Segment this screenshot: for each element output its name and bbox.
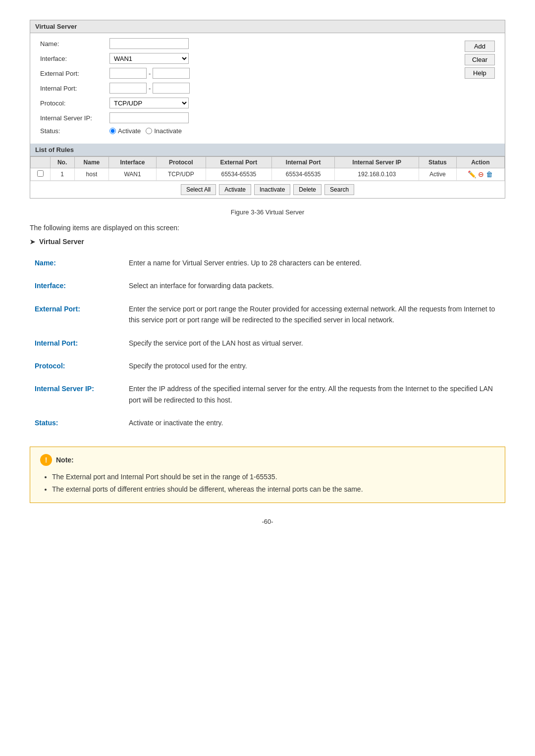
description-table: Name: Enter a name for Virtual Server en…	[30, 253, 505, 437]
row-protocol: TCP/UDP	[156, 168, 206, 181]
table-row: 1 host WAN1 TCP/UDP 65534-65535 65534-65…	[31, 168, 505, 181]
desc-text: Enter the service port or port range the…	[124, 300, 505, 334]
desc-text: Select an interface for forwarding data …	[124, 276, 505, 299]
status-label: Status:	[40, 127, 109, 135]
row-internal-port: 65534-65535	[272, 168, 335, 181]
row-status: Active	[419, 168, 457, 181]
protocol-label: Protocol:	[40, 100, 109, 107]
col-interface: Interface	[109, 157, 157, 168]
desc-row: Internal Port: Specify the service port …	[30, 334, 505, 356]
col-name: Name	[74, 157, 108, 168]
select-all-button[interactable]: Select All	[181, 184, 216, 195]
inactivate-radio-label[interactable]: Inactivate	[146, 127, 182, 135]
col-status: Status	[419, 157, 457, 168]
col-external-port: External Port	[206, 157, 271, 168]
name-row: Name:	[40, 38, 460, 49]
desc-text: Enter a name for Virtual Server entries.…	[124, 253, 505, 276]
row-external-port: 65534-65535	[206, 168, 271, 181]
clear-button[interactable]: Clear	[465, 54, 495, 65]
name-input[interactable]	[109, 38, 189, 49]
status-row: Status: Activate Inactivate	[40, 127, 460, 135]
note-item: The External port and Internal Port shou…	[52, 471, 495, 483]
row-name: host	[74, 168, 108, 181]
inactivate-text: Inactivate	[154, 127, 182, 135]
delete-button[interactable]: Delete	[293, 184, 321, 195]
rules-header: List of Rules	[30, 144, 505, 156]
add-button[interactable]: Add	[465, 41, 495, 52]
desc-row: Interface: Select an interface for forwa…	[30, 276, 505, 299]
interface-select[interactable]: WAN1	[109, 53, 189, 64]
rules-footer: Select All Activate Inactivate Delete Se…	[30, 181, 505, 198]
col-protocol: Protocol	[156, 157, 206, 168]
note-list: The External port and Internal Port shou…	[40, 471, 495, 496]
activate-radio-label[interactable]: Activate	[109, 127, 141, 135]
row-server-ip: 192.168.0.103	[335, 168, 419, 181]
server-ip-input[interactable]	[109, 112, 189, 123]
activate-text: Activate	[118, 127, 141, 135]
external-port-end[interactable]	[153, 68, 190, 79]
name-label: Name:	[40, 40, 109, 48]
external-port-start[interactable]	[109, 68, 147, 79]
status-radio-group: Activate Inactivate	[109, 127, 182, 135]
figure-caption: Figure 3-36 Virtual Server	[30, 208, 505, 216]
desc-label: External Port:	[30, 300, 124, 334]
external-port-row: External Port: -	[40, 68, 460, 79]
desc-row: Internal Server IP: Enter the IP address…	[30, 379, 505, 413]
port-separator-2: -	[149, 85, 151, 92]
inactivate-radio[interactable]	[146, 128, 152, 134]
desc-text: Enter the IP address of the specified in…	[124, 379, 505, 413]
internal-port-group: -	[109, 83, 190, 94]
internal-port-end[interactable]	[153, 83, 190, 94]
desc-row: Name: Enter a name for Virtual Server en…	[30, 253, 505, 276]
desc-label: Interface:	[30, 276, 124, 299]
col-internal-port: Internal Port	[272, 157, 335, 168]
activate-button[interactable]: Activate	[219, 184, 251, 195]
desc-text: Activate or inactivate the entry.	[124, 413, 505, 436]
row-checkbox-input[interactable]	[37, 170, 44, 177]
note-title: ! Note:	[40, 454, 495, 466]
row-interface: WAN1	[109, 168, 157, 181]
help-button[interactable]: Help	[465, 67, 495, 79]
delete-icon[interactable]: ⊖	[478, 170, 484, 178]
interface-label: Interface:	[40, 55, 109, 62]
page-number: -60-	[30, 518, 505, 525]
virtual-server-panel: Virtual Server Name: Interface: WAN1 Ext…	[30, 20, 505, 199]
col-internal-server-ip: Internal Server IP	[335, 157, 419, 168]
external-port-label: External Port:	[40, 70, 109, 77]
external-port-group: -	[109, 68, 190, 79]
desc-text: Specify the service port of the LAN host…	[124, 334, 505, 356]
row-no: 1	[50, 168, 74, 181]
form-section: Name: Interface: WAN1 External Port: - I…	[40, 38, 460, 139]
rules-table: No. Name Interface Protocol External Por…	[30, 156, 505, 181]
col-action: Action	[456, 157, 504, 168]
warning-icon: !	[40, 454, 52, 466]
row-checkbox[interactable]	[31, 168, 51, 181]
internal-port-start[interactable]	[109, 83, 147, 94]
panel-body: Name: Interface: WAN1 External Port: - I…	[30, 33, 505, 144]
panel-buttons: Add Clear Help	[465, 38, 495, 139]
search-button[interactable]: Search	[324, 184, 354, 195]
note-title-text: Note:	[56, 456, 74, 464]
col-checkbox	[31, 157, 51, 168]
section-title-text: Virtual Server	[39, 238, 84, 246]
internal-port-label: Internal Port:	[40, 85, 109, 92]
edit-icon[interactable]: ✏️	[468, 170, 476, 178]
col-no: No.	[50, 157, 74, 168]
server-ip-row: Internal Server IP:	[40, 112, 460, 123]
port-separator-1: -	[149, 70, 151, 77]
server-ip-label: Internal Server IP:	[40, 114, 109, 122]
desc-label: Internal Port:	[30, 334, 124, 356]
desc-text: Specify the protocol used for the entry.	[124, 356, 505, 379]
intro-text: The following items are displayed on thi…	[30, 224, 505, 232]
row-action[interactable]: ✏️ ⊖ 🗑	[456, 168, 504, 181]
activate-radio[interactable]	[109, 128, 116, 134]
clone-icon[interactable]: 🗑	[486, 170, 493, 178]
note-box: ! Note: The External port and Internal P…	[30, 447, 505, 503]
inactivate-button[interactable]: Inactivate	[254, 184, 290, 195]
desc-label: Name:	[30, 253, 124, 276]
protocol-select[interactable]: TCP/UDP	[109, 98, 189, 108]
desc-row: Status: Activate or inactivate the entry…	[30, 413, 505, 436]
desc-row: External Port: Enter the service port or…	[30, 300, 505, 334]
section-title: Virtual Server	[30, 238, 505, 246]
desc-label: Internal Server IP:	[30, 379, 124, 413]
